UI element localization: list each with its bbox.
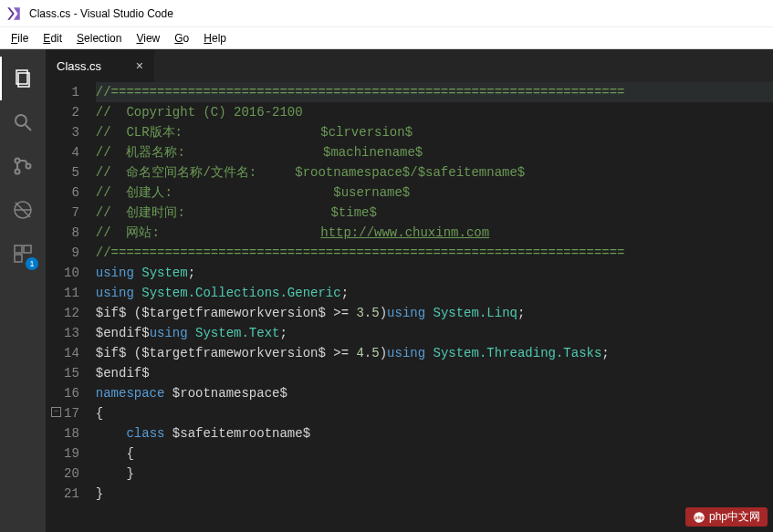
line-number: 5 — [64, 162, 79, 183]
window-title: Class.cs - Visual Studio Code — [29, 7, 173, 20]
tab-close-icon[interactable]: × — [136, 58, 143, 73]
svg-point-2 — [16, 115, 26, 126]
titlebar: Class.cs - Visual Studio Code — [0, 0, 773, 27]
activity-search[interactable] — [0, 100, 46, 144]
activity-extensions[interactable]: 1 — [0, 232, 46, 276]
php-icon: php — [693, 511, 705, 524]
menu-selection[interactable]: Selection — [69, 30, 129, 47]
code-lines[interactable]: //======================================… — [96, 82, 773, 532]
watermark-badge: php php中文网 — [685, 507, 768, 527]
line-number: 20 — [64, 464, 79, 484]
vscode-icon — [5, 5, 22, 22]
svg-rect-10 — [15, 245, 22, 253]
svg-text:php: php — [695, 515, 704, 520]
activitybar: 1 — [0, 49, 46, 532]
line-number: 21 — [64, 484, 79, 504]
activity-debug[interactable] — [0, 188, 46, 232]
menu-go[interactable]: Go — [167, 30, 196, 47]
activity-explorer[interactable] — [0, 57, 46, 100]
menu-view[interactable]: View — [129, 30, 167, 47]
line-number: 10 — [64, 263, 79, 283]
line-number: 13 — [64, 323, 79, 343]
tabbar: Class.cs × — [46, 49, 773, 82]
line-number: 19 — [64, 443, 79, 464]
line-gutter: 1234567891011121314151617−18192021 — [46, 82, 96, 532]
line-number: 12 — [64, 303, 79, 323]
fold-marker-icon[interactable]: − — [51, 407, 61, 417]
line-number: 9 — [64, 243, 79, 263]
activity-scm[interactable] — [0, 144, 46, 188]
line-number: 15 — [64, 363, 79, 383]
line-number: 18 — [64, 423, 79, 443]
svg-point-5 — [16, 170, 20, 174]
svg-line-3 — [26, 125, 31, 130]
line-number: 1 — [64, 82, 79, 102]
line-number: 7 — [64, 203, 79, 223]
svg-point-6 — [26, 164, 31, 169]
extensions-badge: 1 — [26, 257, 38, 270]
line-number: 2 — [64, 102, 79, 122]
main-area: 1 Class.cs × 1234567891011121314151617−1… — [0, 49, 773, 532]
menu-edit[interactable]: Edit — [36, 30, 69, 47]
tab-class-cs[interactable]: Class.cs × — [46, 49, 155, 82]
line-number: 16 — [64, 383, 79, 403]
line-number: 17− — [64, 403, 79, 423]
line-number: 4 — [64, 142, 79, 162]
line-number: 14 — [64, 343, 79, 363]
code-editor[interactable]: 1234567891011121314151617−18192021 //===… — [46, 82, 773, 532]
svg-rect-11 — [24, 245, 31, 253]
menu-help[interactable]: Help — [196, 30, 234, 47]
watermark-text: php中文网 — [709, 509, 760, 525]
tab-label: Class.cs — [57, 59, 118, 73]
svg-rect-12 — [15, 255, 22, 262]
svg-point-4 — [16, 159, 20, 163]
menu-file[interactable]: File — [4, 30, 36, 47]
line-number: 11 — [64, 283, 79, 303]
menubar: File Edit Selection View Go Help — [0, 27, 773, 49]
line-number: 3 — [64, 122, 79, 142]
line-number: 8 — [64, 223, 79, 243]
line-number: 6 — [64, 183, 79, 203]
editor-area: Class.cs × 1234567891011121314151617−181… — [46, 49, 773, 532]
